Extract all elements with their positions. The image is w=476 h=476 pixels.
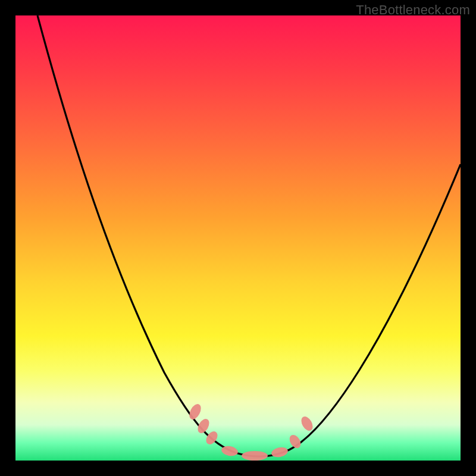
chart-svg [15, 15, 461, 461]
outer-frame: TheBottleneck.com [0, 0, 476, 476]
left-mid-pill [196, 417, 212, 436]
valley-mid-pill [242, 451, 268, 461]
plot-area [15, 15, 461, 461]
bottleneck-curve [37, 15, 461, 456]
right-upper-pill [299, 415, 315, 433]
valley-right-pill [271, 446, 289, 458]
marker-group [187, 402, 315, 461]
